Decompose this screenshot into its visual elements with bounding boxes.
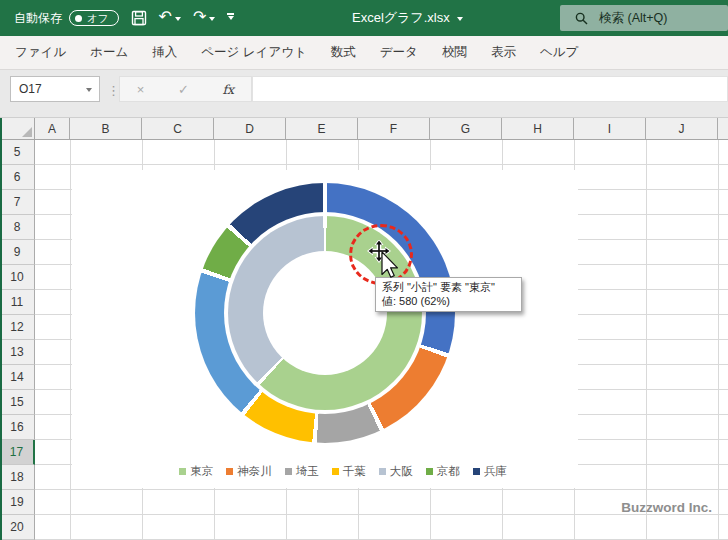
filename: Excelグラフ.xlsx	[352, 9, 450, 27]
row-headers: 567891011121314151617181920	[0, 140, 35, 540]
tab-6[interactable]: 校閲	[430, 36, 479, 69]
autosave-pill[interactable]: オフ	[69, 10, 119, 27]
column-header-E[interactable]: E	[286, 118, 358, 140]
row-header-15[interactable]: 15	[0, 390, 35, 415]
legend-marker-icon	[473, 468, 480, 475]
row-header-9[interactable]: 9	[0, 240, 35, 265]
legend-label: 京都	[437, 464, 460, 479]
undo-dropdown-caret-icon[interactable]	[175, 17, 181, 24]
tab-8[interactable]: ヘルプ	[528, 36, 590, 69]
worksheet: ABCDEFGHIJ 567891011121314151617181920 東…	[0, 118, 728, 540]
chart-legend[interactable]: 東京神奈川埼玉千葉大阪京都兵庫	[90, 464, 596, 479]
row-header-10[interactable]: 10	[0, 265, 35, 290]
redo-dropdown-caret-icon[interactable]	[209, 17, 215, 24]
row-header-19[interactable]: 19	[0, 490, 35, 515]
tab-3[interactable]: ページ レイアウト	[189, 36, 319, 69]
name-box-value: O17	[19, 82, 42, 96]
column-header-G[interactable]: G	[430, 118, 502, 140]
doughnut-plot[interactable]	[195, 183, 455, 443]
save-icon	[131, 10, 147, 26]
row-header-6[interactable]: 6	[0, 165, 35, 190]
row-header-7[interactable]: 7	[0, 190, 35, 215]
legend-label: 東京	[190, 464, 213, 479]
row-header-16[interactable]: 16	[0, 415, 35, 440]
column-header-I[interactable]: I	[574, 118, 646, 140]
formula-bar: O17 ⋮ × ✓ fx	[0, 70, 728, 118]
legend-item-6[interactable]: 兵庫	[473, 464, 507, 479]
title-dropdown-caret-icon	[457, 17, 463, 24]
document-title[interactable]: Excelグラフ.xlsx	[352, 0, 463, 36]
cancel-button[interactable]: ×	[137, 82, 145, 97]
legend-marker-icon	[285, 468, 292, 475]
legend-item-2[interactable]: 埼玉	[285, 464, 319, 479]
insert-function-button[interactable]: fx	[222, 82, 234, 97]
formula-input[interactable]	[252, 76, 728, 102]
column-header-partial[interactable]	[718, 118, 728, 140]
row-header-20[interactable]: 20	[0, 515, 35, 540]
redo-button[interactable]: ↷	[193, 10, 215, 26]
move-cursor-icon	[366, 240, 406, 284]
tab-7[interactable]: 表示	[479, 36, 528, 69]
row-header-11[interactable]: 11	[0, 290, 35, 315]
customize-qat-icon	[227, 13, 234, 15]
quick-access-toolbar: 自動保存 オフ ↶ ↷	[14, 0, 234, 36]
column-header-H[interactable]: H	[502, 118, 574, 140]
column-header-A[interactable]: A	[35, 118, 70, 140]
search-box[interactable]: 検索 (Alt+Q)	[560, 5, 728, 31]
legend-item-1[interactable]: 神奈川	[226, 464, 272, 479]
doughnut-chart[interactable]: 東京神奈川埼玉千葉大阪京都兵庫	[72, 170, 578, 488]
autosave-label: 自動保存	[14, 10, 62, 27]
legend-marker-icon	[226, 468, 233, 475]
window-edge	[0, 118, 2, 540]
legend-marker-icon	[426, 468, 433, 475]
legend-item-4[interactable]: 大阪	[379, 464, 413, 479]
row-header-14[interactable]: 14	[0, 365, 35, 390]
legend-item-5[interactable]: 京都	[426, 464, 460, 479]
toggle-dot-icon	[75, 15, 82, 22]
tab-5[interactable]: データ	[368, 36, 430, 69]
undo-button[interactable]: ↶	[159, 10, 181, 26]
tab-1[interactable]: ホーム	[78, 36, 140, 69]
row-header-13[interactable]: 13	[0, 340, 35, 365]
row-header-8[interactable]: 8	[0, 215, 35, 240]
legend-item-3[interactable]: 千葉	[332, 464, 366, 479]
legend-label: 神奈川	[237, 464, 272, 479]
row-header-12[interactable]: 12	[0, 315, 35, 340]
search-icon	[575, 12, 588, 25]
legend-marker-icon	[179, 468, 186, 475]
redo-icon: ↷	[193, 9, 206, 25]
name-box[interactable]: O17	[10, 76, 100, 102]
search-placeholder: 検索 (Alt+Q)	[599, 10, 667, 27]
undo-icon: ↶	[159, 9, 172, 25]
tab-4[interactable]: 数式	[319, 36, 368, 69]
tab-2[interactable]: 挿入	[140, 36, 189, 69]
legend-label: 埼玉	[296, 464, 319, 479]
title-bar: 自動保存 オフ ↶ ↷ Excelグラフ.xlsx	[0, 0, 728, 36]
legend-item-0[interactable]: 東京	[179, 464, 213, 479]
tab-file[interactable]: ファイル	[3, 36, 78, 69]
legend-label: 千葉	[343, 464, 366, 479]
select-all-corner[interactable]	[0, 118, 35, 140]
watermark-text: Buzzword Inc.	[558, 500, 712, 515]
column-header-D[interactable]: D	[214, 118, 286, 140]
legend-marker-icon	[332, 468, 339, 475]
autosave-state: オフ	[87, 13, 109, 24]
autosave-toggle[interactable]: 自動保存 オフ	[14, 10, 119, 27]
name-box-caret-icon[interactable]	[86, 88, 92, 95]
enter-button[interactable]: ✓	[178, 82, 189, 97]
column-header-B[interactable]: B	[70, 118, 142, 140]
formula-buttons: × ✓ fx	[119, 76, 252, 102]
customize-qat-button[interactable]	[227, 13, 234, 23]
row-header-18[interactable]: 18	[0, 465, 35, 490]
column-headers: ABCDEFGHIJ	[35, 118, 728, 140]
ribbon-tab-bar: ファイルホーム挿入ページ レイアウト数式データ校閲表示ヘルプ	[0, 36, 728, 70]
row-header-17[interactable]: 17	[0, 440, 35, 465]
column-header-J[interactable]: J	[646, 118, 718, 140]
column-header-C[interactable]: C	[142, 118, 214, 140]
row-header-5[interactable]: 5	[0, 140, 35, 165]
legend-label: 兵庫	[484, 464, 507, 479]
save-button[interactable]	[131, 10, 147, 26]
legend-marker-icon	[379, 468, 386, 475]
column-header-F[interactable]: F	[358, 118, 430, 140]
tooltip-value-line: 値: 580 (62%)	[382, 294, 515, 308]
